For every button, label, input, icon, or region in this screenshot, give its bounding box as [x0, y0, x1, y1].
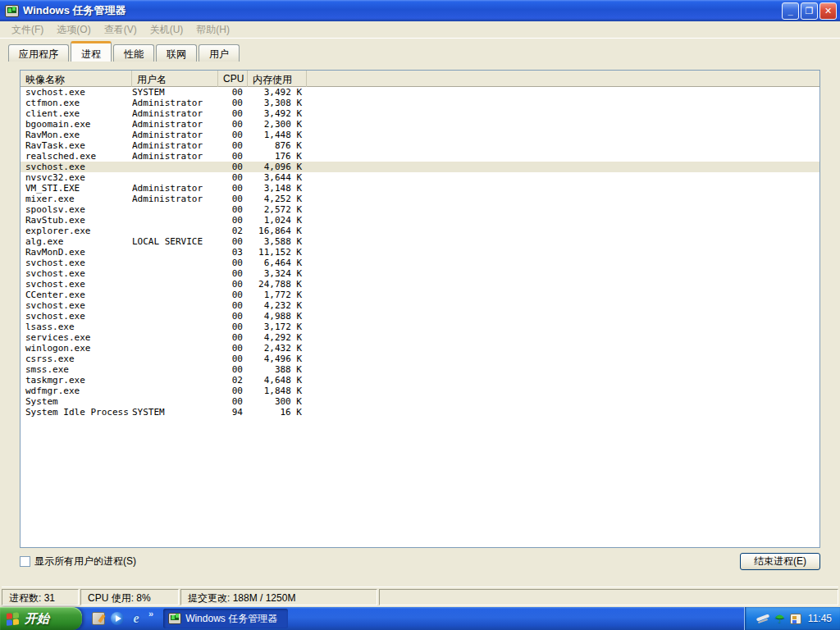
tab-inactive[interactable]: 应用程序: [8, 44, 69, 62]
table-row[interactable]: wdfmgr.exe001,848 K: [21, 386, 819, 396]
quick-launch-overflow-chevron[interactable]: »: [148, 607, 153, 619]
column-header-user-name[interactable]: 用户名: [132, 71, 218, 87]
table-cell: 3,644 K: [248, 172, 307, 183]
table-cell: [132, 343, 218, 354]
tab-active[interactable]: 进程: [71, 41, 112, 62]
table-row[interactable]: RavTask.exeAdministrator00876 K: [21, 140, 819, 151]
table-cell: 00: [218, 194, 248, 204]
table-cell: [132, 279, 218, 290]
table-cell: [132, 215, 218, 226]
rising-antivirus-umbrella-icon[interactable]: ☂: [774, 613, 785, 624]
column-header-filler: [307, 71, 819, 87]
minimize-button[interactable]: _: [782, 2, 799, 20]
table-row[interactable]: svchost.exe006,464 K: [21, 258, 819, 268]
status-commit-charge: 提交更改: 188M / 1250M: [180, 589, 377, 605]
table-row[interactable]: winlogon.exe002,432 K: [21, 343, 819, 354]
table-cell: [132, 332, 218, 343]
table-cell: smss.exe: [21, 364, 132, 375]
tab-inactive[interactable]: 联网: [156, 44, 197, 62]
table-cell: wdfmgr.exe: [21, 386, 132, 396]
table-row[interactable]: mixer.exeAdministrator004,252 K: [21, 194, 819, 204]
table-cell: Administrator: [132, 183, 218, 194]
column-header-cpu[interactable]: CPU: [218, 71, 248, 87]
restore-button[interactable]: ❐: [801, 2, 818, 20]
table-row[interactable]: bgoomain.exeAdministrator002,300 K: [21, 119, 819, 130]
table-row[interactable]: smss.exe00388 K: [21, 364, 819, 375]
table-row[interactable]: RavMonD.exe0311,152 K: [21, 247, 819, 258]
show-all-users-checkbox[interactable]: [20, 556, 30, 567]
start-button-label: 开始: [25, 611, 59, 627]
table-cell: 00: [218, 236, 248, 247]
menu-item[interactable]: 关机(U): [144, 21, 190, 39]
status-process-count: 进程数: 31: [2, 589, 79, 605]
table-cell: 00: [218, 204, 248, 215]
table-row[interactable]: CCenter.exe001,772 K: [21, 290, 819, 300]
table-row[interactable]: taskmgr.exe024,648 K: [21, 375, 819, 386]
table-row[interactable]: client.exeAdministrator003,492 K: [21, 108, 819, 119]
table-cell: [132, 354, 218, 364]
table-cell: alg.exe: [21, 236, 132, 247]
table-row[interactable]: System Idle ProcessSYSTEM9416 K: [21, 407, 819, 418]
footer-row: 显示所有用户的进程(S) 结束进程(E): [20, 553, 820, 571]
table-cell: services.exe: [21, 332, 132, 343]
table-cell: [132, 364, 218, 375]
table-row[interactable]: svchost.exe004,988 K: [21, 311, 819, 322]
taskbar-task-button[interactable]: Windows 任务管理器: [163, 609, 288, 628]
table-row[interactable]: ctfmon.exeAdministrator003,308 K: [21, 98, 819, 108]
table-row[interactable]: services.exe004,292 K: [21, 332, 819, 343]
table-cell: 16 K: [248, 407, 307, 418]
menu-item[interactable]: 文件(F): [5, 21, 50, 39]
internet-explorer-icon[interactable]: e: [130, 612, 143, 625]
table-cell: 3,308 K: [248, 98, 307, 108]
restore-icon: ❐: [806, 7, 814, 16]
title-bar[interactable]: Windows 任务管理器 _ ❐ ✕: [0, 0, 840, 21]
task-button-label: Windows 任务管理器: [185, 612, 277, 626]
table-cell: 00: [218, 332, 248, 343]
table-row[interactable]: alg.exeLOCAL SERVICE003,588 K: [21, 236, 819, 247]
menu-item[interactable]: 选项(O): [50, 21, 97, 39]
table-cell: 876 K: [248, 140, 307, 151]
table-cell: 00: [218, 396, 248, 407]
table-cell: 00: [218, 311, 248, 322]
table-cell: [132, 311, 218, 322]
table-cell: 388 K: [248, 364, 307, 375]
column-header-image-name[interactable]: 映像名称: [21, 71, 132, 87]
table-row[interactable]: lsass.exe003,172 K: [21, 322, 819, 332]
table-cell: 00: [218, 258, 248, 268]
table-row[interactable]: spoolsv.exe002,572 K: [21, 204, 819, 215]
table-cell: 00: [218, 151, 248, 162]
table-row[interactable]: explorer.exe0216,864 K: [21, 226, 819, 236]
table-cell: 3,172 K: [248, 322, 307, 332]
table-row[interactable]: RavStub.exe001,024 K: [21, 215, 819, 226]
column-header-mem-usage[interactable]: 内存使用: [248, 71, 307, 87]
media-player-icon[interactable]: [111, 612, 124, 625]
table-row[interactable]: VM_STI.EXEAdministrator003,148 K: [21, 183, 819, 194]
table-cell: 6,464 K: [248, 258, 307, 268]
show-desktop-icon[interactable]: [92, 612, 105, 625]
table-row[interactable]: nvsvc32.exe003,644 K: [21, 172, 819, 183]
table-row[interactable]: svchost.exe004,232 K: [21, 300, 819, 311]
show-all-users-option[interactable]: 显示所有用户的进程(S): [20, 555, 136, 568]
table-row[interactable]: System00300 K: [21, 396, 819, 407]
table-cell: VM_STI.EXE: [21, 183, 132, 194]
close-button[interactable]: ✕: [819, 2, 837, 20]
graphics-swoosh-icon[interactable]: [756, 614, 769, 623]
table-row[interactable]: svchost.exeSYSTEM003,492 K: [21, 87, 819, 98]
table-cell: 4,096 K: [248, 162, 307, 172]
table-row[interactable]: svchost.exe003,324 K: [21, 268, 819, 279]
table-cell: 00: [218, 119, 248, 130]
table-row[interactable]: RavMon.exeAdministrator001,448 K: [21, 130, 819, 140]
table-cell: RavStub.exe: [21, 215, 132, 226]
menu-item[interactable]: 帮助(H): [189, 21, 236, 39]
input-language-icon[interactable]: [790, 614, 801, 624]
table-row[interactable]: realsched.exeAdministrator00176 K: [21, 151, 819, 162]
table-row[interactable]: csrss.exe004,496 K: [21, 354, 819, 364]
table-row[interactable]: svchost.exe004,096 K: [21, 162, 819, 172]
end-process-button[interactable]: 结束进程(E): [740, 553, 820, 570]
table-row[interactable]: svchost.exe0024,788 K: [21, 279, 819, 290]
tab-inactive[interactable]: 性能: [113, 44, 154, 62]
menu-item[interactable]: 查看(V): [98, 21, 144, 39]
tab-inactive[interactable]: 用户: [199, 44, 240, 62]
table-cell: svchost.exe: [21, 258, 132, 268]
start-button[interactable]: 开始: [0, 607, 82, 630]
